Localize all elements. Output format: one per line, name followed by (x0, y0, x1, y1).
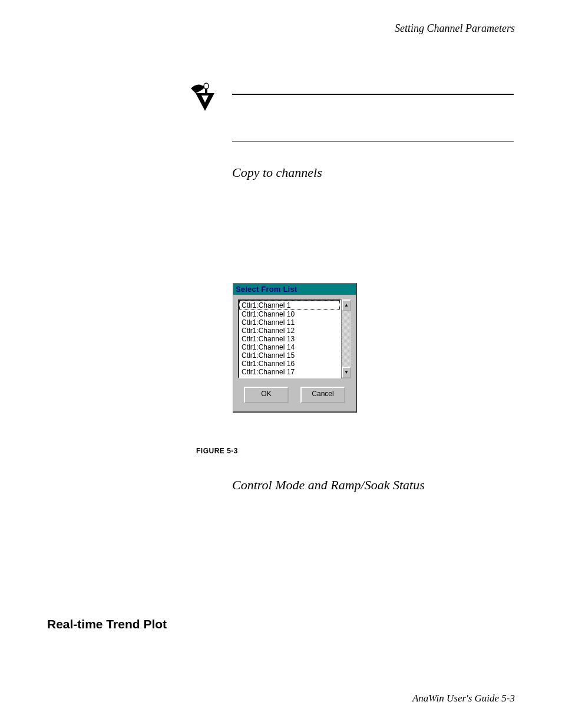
scroll-track[interactable] (342, 311, 351, 367)
list-item[interactable]: Ctlr1:Channel 14 (239, 343, 340, 351)
list-item[interactable]: Ctlr1:Channel 12 (239, 327, 340, 335)
list-item[interactable]: Ctlr1:Channel 11 (239, 318, 340, 327)
list-item[interactable]: Ctlr1:Channel 10 (239, 310, 340, 318)
running-header: Setting Channel Parameters (395, 22, 515, 35)
section-heading-realtime-trend: Real-time Trend Plot (47, 617, 167, 631)
scroll-up-button[interactable]: ▲ (342, 299, 351, 311)
ok-button[interactable]: OK (244, 387, 289, 403)
select-from-list-dialog: Select From List Ctlr1:Channel 1 Ctlr1:C… (233, 283, 357, 413)
dialog-title: Select From List (233, 284, 356, 295)
cancel-button[interactable]: Cancel (300, 387, 345, 403)
page-footer: AnaWin User's Guide 5-3 (412, 693, 515, 704)
list-item[interactable]: Ctlr1:Channel 13 (239, 335, 340, 343)
rule-top (232, 94, 514, 95)
listbox-scrollbar[interactable]: ▲ ▼ (341, 299, 351, 378)
scroll-down-button[interactable]: ▼ (342, 367, 351, 378)
svg-point-2 (204, 83, 209, 89)
figure-label: FIGURE 5-3 (196, 447, 238, 455)
list-item[interactable]: Ctlr1:Channel 17 (239, 368, 340, 376)
subhead-control-mode: Control Mode and Ramp/Soak Status (232, 477, 425, 493)
subhead-copy-to-channels: Copy to channels (232, 165, 322, 180)
channel-listbox[interactable]: Ctlr1:Channel 1 Ctlr1:Channel 10 Ctlr1:C… (238, 299, 341, 378)
ornament-icon (187, 83, 223, 115)
list-item[interactable]: Ctlr1:Channel 15 (239, 351, 340, 360)
rule-mid (232, 141, 514, 141)
list-item[interactable]: Ctlr1:Channel 16 (239, 360, 340, 368)
list-item[interactable]: Ctlr1:Channel 1 (239, 301, 340, 310)
svg-rect-3 (205, 88, 207, 93)
